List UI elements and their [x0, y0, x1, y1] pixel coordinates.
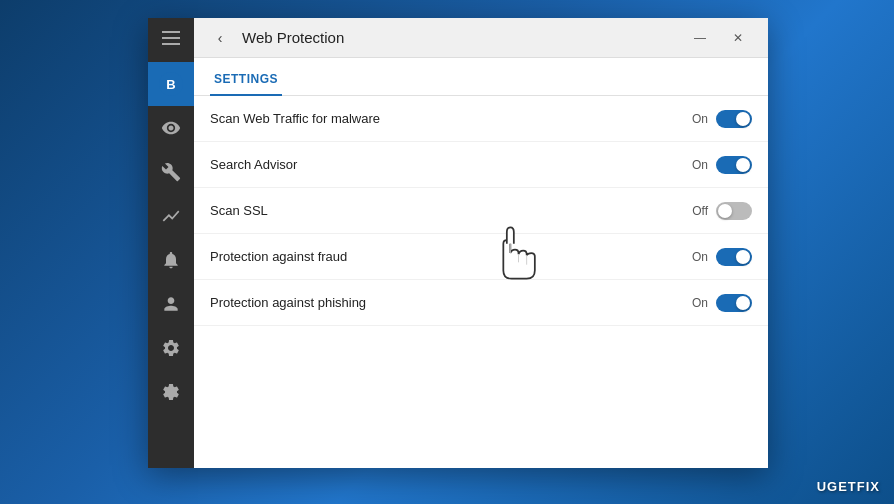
setting-row-search-advisor: Search Advisor On: [194, 142, 768, 188]
hamburger-icon: [162, 31, 180, 45]
main-content: ‹ Web Protection — ✕ SETTINGS Scan Web T…: [194, 18, 768, 468]
sidebar-item-eye[interactable]: [148, 106, 194, 150]
sidebar-item-account[interactable]: [148, 282, 194, 326]
setting-status-search-advisor: On: [692, 158, 708, 172]
toggle-search-advisor[interactable]: [716, 156, 752, 174]
bell-icon: [161, 250, 181, 270]
window-title: Web Protection: [242, 29, 682, 46]
watermark: UGETFIX: [817, 479, 880, 494]
setting-status-scan-ssl: Off: [692, 204, 708, 218]
setting-row-scan-ssl: Scan SSL Off: [194, 188, 768, 234]
chart-icon: [161, 206, 181, 226]
close-button[interactable]: ✕: [720, 24, 756, 52]
setting-label-phishing: Protection against phishing: [210, 295, 692, 310]
minimize-button[interactable]: —: [682, 24, 718, 52]
gear2-icon: [161, 382, 181, 402]
setting-status-phishing: On: [692, 296, 708, 310]
eye-icon: [161, 118, 181, 138]
sidebar: B: [148, 18, 194, 468]
app-window: B: [148, 18, 768, 468]
setting-label-fraud: Protection against fraud: [210, 249, 692, 264]
setting-row-phishing: Protection against phishing On: [194, 280, 768, 326]
sidebar-nav: B: [148, 62, 194, 414]
setting-status-scan-web: On: [692, 112, 708, 126]
sidebar-item-protection[interactable]: B: [148, 62, 194, 106]
wrench-icon: [161, 162, 181, 182]
tab-bar: SETTINGS: [194, 58, 768, 96]
back-icon: ‹: [218, 30, 223, 46]
sidebar-item-settings[interactable]: [148, 326, 194, 370]
title-bar: ‹ Web Protection — ✕: [194, 18, 768, 58]
setting-row-fraud: Protection against fraud On: [194, 234, 768, 280]
toggle-track-search-advisor: [716, 156, 752, 174]
sidebar-item-tools[interactable]: [148, 150, 194, 194]
toggle-track-scan-ssl: [716, 202, 752, 220]
toggle-track-scan-web: [716, 110, 752, 128]
toggle-fraud[interactable]: [716, 248, 752, 266]
toggle-thumb-search-advisor: [736, 158, 750, 172]
toggle-track-fraud: [716, 248, 752, 266]
toggle-scan-ssl[interactable]: [716, 202, 752, 220]
toggle-phishing[interactable]: [716, 294, 752, 312]
back-button[interactable]: ‹: [206, 24, 234, 52]
toggle-thumb-phishing: [736, 296, 750, 310]
sidebar-item-advanced[interactable]: [148, 370, 194, 414]
setting-label-scan-web: Scan Web Traffic for malware: [210, 111, 692, 126]
setting-label-scan-ssl: Scan SSL: [210, 203, 692, 218]
tab-settings[interactable]: SETTINGS: [210, 64, 282, 96]
setting-row-scan-web: Scan Web Traffic for malware On: [194, 96, 768, 142]
sidebar-item-notifications[interactable]: [148, 238, 194, 282]
setting-label-search-advisor: Search Advisor: [210, 157, 692, 172]
gear-icon: [161, 338, 181, 358]
sidebar-item-stats[interactable]: [148, 194, 194, 238]
setting-status-fraud: On: [692, 250, 708, 264]
toggle-track-phishing: [716, 294, 752, 312]
toggle-thumb-scan-ssl: [718, 204, 732, 218]
toggle-thumb-fraud: [736, 250, 750, 264]
b-badge-icon: B: [159, 72, 183, 96]
settings-list: Scan Web Traffic for malware On Search A…: [194, 96, 768, 468]
window-controls: — ✕: [682, 24, 756, 52]
toggle-scan-web[interactable]: [716, 110, 752, 128]
hamburger-button[interactable]: [148, 18, 194, 58]
toggle-thumb-scan-web: [736, 112, 750, 126]
person-icon: [161, 294, 181, 314]
